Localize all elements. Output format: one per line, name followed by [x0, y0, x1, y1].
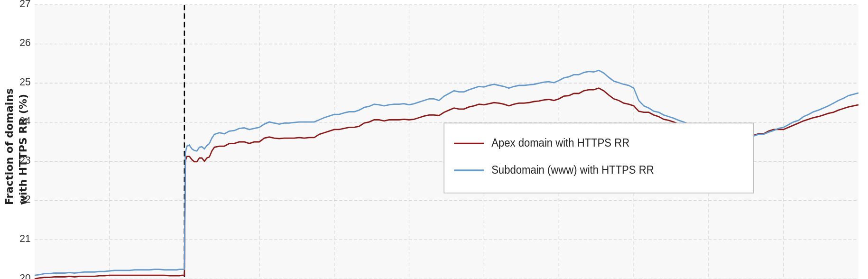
svg-rect-39: [444, 123, 754, 193]
plot-area: 27 26 25 24 23 22 21 20 Jun Jul Aug Sep …: [35, 5, 859, 279]
svg-text:Subdomain (www) with HTTPS RR: Subdomain (www) with HTTPS RR: [491, 163, 654, 176]
svg-text:20: 20: [19, 271, 30, 279]
svg-text:26: 26: [19, 36, 30, 48]
chart-svg: 27 26 25 24 23 22 21 20 Jun Jul Aug Sep …: [35, 5, 859, 279]
svg-text:21: 21: [19, 232, 30, 244]
svg-text:24: 24: [19, 115, 30, 127]
svg-text:22: 22: [19, 193, 30, 205]
chart-container: Fraction of domainswith HTTPS RR (%): [0, 0, 868, 279]
svg-text:27: 27: [19, 0, 30, 9]
svg-text:23: 23: [19, 154, 30, 166]
svg-text:Apex domain with HTTPS RR: Apex domain with HTTPS RR: [491, 136, 629, 149]
chart-inner: 27 26 25 24 23 22 21 20 Jun Jul Aug Sep …: [35, 0, 868, 279]
svg-text:25: 25: [19, 75, 30, 88]
